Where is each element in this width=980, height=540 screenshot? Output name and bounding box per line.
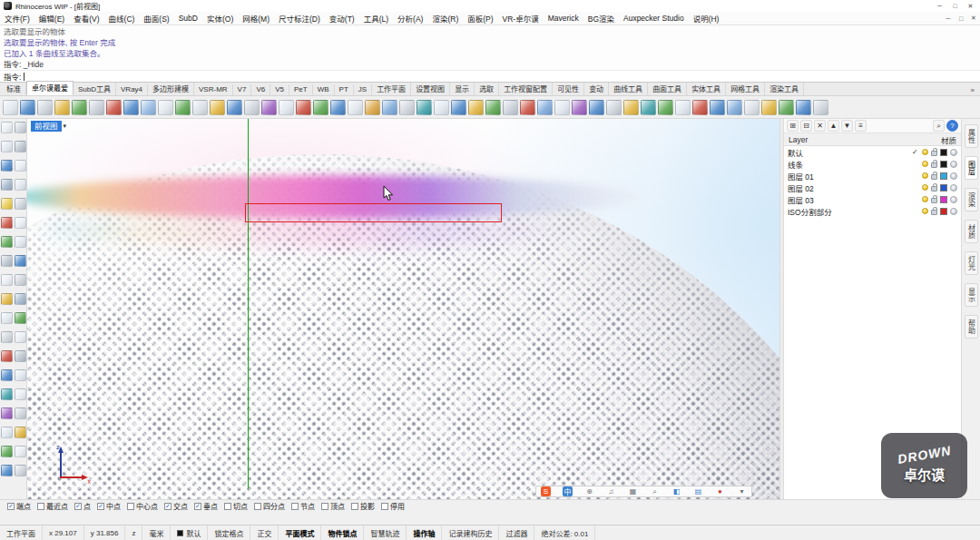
side-toolbar-icon[interactable] bbox=[15, 160, 26, 172]
layer-visibility-bulb-icon[interactable] bbox=[922, 172, 928, 179]
side-toolbar-icon[interactable] bbox=[1, 179, 13, 191]
layer-row[interactable]: 图层 01 ✓ bbox=[784, 170, 961, 182]
layer-lock-icon[interactable] bbox=[931, 186, 937, 191]
toolbar-icon[interactable] bbox=[658, 100, 673, 115]
tray-icon[interactable]: ▤ bbox=[693, 486, 703, 496]
osnap-toggle[interactable]: 中点 bbox=[97, 501, 121, 511]
toolbar-icon[interactable] bbox=[37, 100, 53, 115]
layer-lock-icon[interactable] bbox=[931, 198, 937, 203]
panel-tab[interactable]: 材质 bbox=[965, 220, 978, 243]
panel-tab[interactable]: 渲染 bbox=[965, 188, 978, 211]
layer-row[interactable]: 线条 ✓ bbox=[784, 158, 961, 170]
tab-overflow-chevron-icon[interactable]: » bbox=[965, 86, 980, 95]
status-field[interactable]: 过滤器 bbox=[499, 525, 534, 540]
toolbar-group-tab[interactable]: VRay4 bbox=[116, 84, 148, 95]
layer-color-swatch[interactable] bbox=[940, 196, 947, 203]
toolbar-icon[interactable] bbox=[20, 100, 35, 115]
toolbar-group-tab[interactable]: WB bbox=[313, 84, 335, 95]
layer-material-icon[interactable] bbox=[950, 184, 957, 191]
side-toolbar-icon[interactable] bbox=[15, 141, 26, 152]
toolbar-icon[interactable] bbox=[692, 100, 708, 115]
menu-item[interactable]: 查看(V) bbox=[69, 13, 103, 24]
toolbar-group-tab[interactable]: 选取 bbox=[475, 83, 499, 95]
layer-visibility-bulb-icon[interactable] bbox=[922, 161, 928, 167]
layers-panel-tool-button[interactable]: ⌕ bbox=[933, 120, 945, 132]
toolbar-icon[interactable] bbox=[503, 100, 518, 115]
side-toolbar-icon[interactable] bbox=[15, 236, 26, 248]
toolbar-icon[interactable] bbox=[89, 100, 104, 115]
toolbar-icon[interactable] bbox=[261, 100, 277, 115]
osnap-toggle[interactable]: 垂点 bbox=[194, 501, 218, 511]
layer-material-icon[interactable] bbox=[950, 161, 957, 168]
layer-row[interactable]: ISO分割部分 ✓ bbox=[784, 205, 961, 217]
layer-visibility-bulb-icon[interactable] bbox=[922, 208, 928, 214]
material-column-header[interactable]: 材质 bbox=[941, 134, 956, 145]
toolbar-icon[interactable] bbox=[572, 100, 587, 115]
layer-visibility-bulb-icon[interactable] bbox=[922, 196, 928, 202]
panel-tab[interactable]: 帮助 bbox=[965, 315, 978, 339]
side-toolbar-icon[interactable] bbox=[15, 179, 26, 191]
side-toolbar-icon[interactable] bbox=[1, 255, 13, 267]
status-field[interactable]: z bbox=[125, 525, 142, 540]
osnap-toggle[interactable]: 交点 bbox=[164, 501, 188, 511]
toolbar-group-tab[interactable]: V7 bbox=[233, 84, 252, 95]
layer-material-icon[interactable] bbox=[950, 208, 957, 215]
layers-panel-tool-button[interactable]: ⊞ bbox=[787, 120, 799, 132]
window-control-button[interactable]: ─ bbox=[932, 1, 947, 11]
osnap-toggle[interactable]: 投影 bbox=[351, 501, 375, 511]
toolbar-icon[interactable] bbox=[141, 100, 156, 115]
toolbar-icon[interactable] bbox=[348, 100, 363, 115]
toolbar-group-tab[interactable]: 显示 bbox=[450, 83, 475, 95]
status-field[interactable]: 工作平面 bbox=[0, 525, 43, 540]
status-field[interactable]: x 29.107 bbox=[43, 525, 84, 540]
osnap-toggle[interactable]: 顶点 bbox=[321, 501, 345, 511]
layer-lock-icon[interactable] bbox=[931, 174, 937, 180]
tray-icon[interactable]: ▾ bbox=[737, 486, 747, 496]
side-toolbar-icon[interactable] bbox=[15, 369, 26, 381]
layer-lock-icon[interactable] bbox=[931, 162, 937, 168]
toolbar-group-tab[interactable]: 实体工具 bbox=[687, 83, 726, 95]
layer-color-swatch[interactable] bbox=[940, 172, 947, 180]
status-field[interactable]: 平面模式 bbox=[279, 525, 321, 540]
toolbar-group-tab[interactable]: 网格工具 bbox=[726, 83, 765, 95]
osnap-toggle[interactable]: 切点 bbox=[224, 501, 248, 511]
side-toolbar-icon[interactable] bbox=[15, 407, 26, 419]
tray-icon[interactable]: ▦ bbox=[628, 486, 638, 496]
toolbar-icon[interactable] bbox=[330, 100, 346, 115]
viewport-title[interactable]: 前视图 ▾ bbox=[31, 121, 66, 132]
side-toolbar-icon[interactable] bbox=[15, 293, 26, 305]
tray-icon[interactable]: 中 bbox=[563, 486, 573, 496]
side-toolbar-icon[interactable] bbox=[1, 446, 13, 457]
toolbar-group-tab[interactable]: V5 bbox=[270, 84, 289, 95]
status-field[interactable]: 操作轴 bbox=[407, 525, 442, 540]
layer-color-swatch[interactable] bbox=[940, 149, 947, 156]
menu-item[interactable]: 尺寸标注(D) bbox=[274, 13, 325, 24]
toolbar-group-tab[interactable]: 标准 bbox=[2, 83, 26, 95]
toolbar-icon[interactable] bbox=[710, 100, 725, 115]
toolbar-icon[interactable] bbox=[244, 100, 260, 115]
tray-icon[interactable]: ⊕ bbox=[584, 486, 594, 496]
panel-tab[interactable]: 灯光 bbox=[965, 251, 978, 275]
layers-panel-tool-button[interactable]: ▼ bbox=[841, 120, 853, 132]
toolbar-icon[interactable] bbox=[641, 100, 656, 115]
toolbar-group-tab[interactable]: PT bbox=[335, 84, 354, 95]
osnap-toggle[interactable]: 节点 bbox=[291, 501, 315, 511]
side-toolbar-icon[interactable] bbox=[15, 122, 26, 133]
osnap-toggle[interactable]: 停用 bbox=[381, 501, 405, 511]
menu-item[interactable]: 曲线(C) bbox=[104, 13, 140, 24]
toolbar-icon[interactable] bbox=[434, 100, 449, 115]
child-window-control-button[interactable]: ✕ bbox=[967, 14, 980, 24]
osnap-toggle[interactable]: 最近点 bbox=[37, 501, 68, 511]
menu-item[interactable]: 工具(L) bbox=[359, 13, 393, 24]
toolbar-icon[interactable] bbox=[54, 100, 70, 115]
layer-row[interactable]: 默认 ✓ bbox=[784, 146, 961, 158]
side-toolbar-icon[interactable] bbox=[15, 255, 26, 267]
side-toolbar-icon[interactable] bbox=[15, 331, 26, 343]
side-toolbar-icon[interactable] bbox=[1, 122, 13, 133]
toolbar-group-tab[interactable]: 多边形建模 bbox=[148, 83, 194, 95]
layer-material-icon[interactable] bbox=[950, 172, 957, 180]
toolbar-group-tab[interactable]: 曲线工具 bbox=[609, 83, 648, 95]
layer-color-swatch[interactable] bbox=[940, 208, 947, 215]
side-toolbar-icon[interactable] bbox=[1, 407, 13, 419]
layers-panel-tool-button[interactable]: ? bbox=[946, 120, 958, 132]
